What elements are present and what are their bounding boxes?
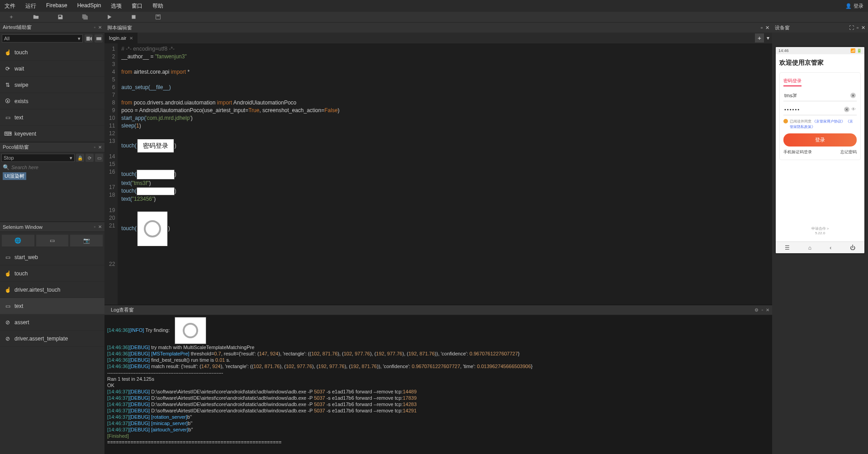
login-label: 登录 xyxy=(854,3,863,9)
text-icon: ▭ xyxy=(5,114,11,121)
apply-link[interactable]: 申请合作 > xyxy=(779,226,861,231)
selenium-globe-button[interactable]: 🌐 xyxy=(2,235,34,246)
poco-record-button[interactable]: ▭ xyxy=(95,154,103,162)
menu-nav-icon[interactable]: ☰ xyxy=(785,245,790,251)
eye-icon[interactable]: 👁 xyxy=(851,107,856,112)
clear-icon[interactable]: × xyxy=(844,107,849,112)
assert-icon: ⊘ xyxy=(5,336,11,342)
airtest-filter-dropdown[interactable]: All▾ xyxy=(2,34,83,43)
power-nav-icon[interactable]: ⏻ xyxy=(850,245,855,251)
close-icon[interactable]: ✕ xyxy=(98,224,102,229)
template-image-3[interactable] xyxy=(137,187,175,195)
float-icon[interactable]: ▫ xyxy=(94,145,95,150)
clear-icon[interactable]: × xyxy=(850,93,856,98)
log-output[interactable]: [14:46:36][INFO] Try finding: [14:46:36]… xyxy=(104,315,772,454)
poco-lock-button[interactable]: 🔒 xyxy=(76,154,84,162)
code-text: from xyxy=(121,69,132,75)
ui-tree-root[interactable]: UI渲染树 xyxy=(3,172,26,180)
stop-icon[interactable] xyxy=(130,14,137,20)
phone-username-input[interactable]: tms3f × xyxy=(783,90,857,101)
float-icon[interactable]: ▫ xyxy=(857,25,859,31)
close-icon[interactable]: ✕ xyxy=(861,25,865,31)
expand-icon[interactable]: ⛶ xyxy=(849,25,854,31)
checkbox-icon[interactable] xyxy=(783,119,788,123)
menu-options[interactable]: 选项 xyxy=(111,2,122,10)
sel-start-web[interactable]: ▭start_web xyxy=(0,249,104,265)
float-icon[interactable]: ▫ xyxy=(94,224,95,229)
chevron-down-icon[interactable]: ▾ xyxy=(767,35,769,41)
phone-login-button[interactable]: 登录 xyxy=(783,133,857,147)
action-exists[interactable]: ⦿exists xyxy=(0,93,104,109)
code-text: ) xyxy=(168,225,170,232)
forgot-password-link[interactable]: 忘记密码 xyxy=(840,149,857,155)
sel-assert[interactable]: ⊘assert xyxy=(0,314,104,331)
menu-file[interactable]: 文件 xyxy=(5,2,15,10)
phone-password-input[interactable]: •••••• ×👁 xyxy=(783,104,857,115)
phone-username-value: tms3f xyxy=(784,93,797,98)
sel-assert-template[interactable]: ⊘driver.assert_template xyxy=(0,331,104,347)
sel-text[interactable]: ▭text xyxy=(0,298,104,314)
sms-login-link[interactable]: 手机验证码登录 xyxy=(783,149,812,155)
menu-firebase[interactable]: Firebase xyxy=(46,2,67,10)
code-content[interactable]: # -*- encoding=utf8 -*- __author__ = "fa… xyxy=(118,43,772,305)
chevron-down-icon: ▾ xyxy=(78,36,81,42)
float-icon[interactable]: ▫ xyxy=(94,25,95,30)
login-link[interactable]: 👤 登录 xyxy=(845,3,863,9)
action-label: driver.assert_template xyxy=(14,336,68,342)
action-keyevent[interactable]: ⌨keyevent xyxy=(0,126,104,142)
phone-agreement[interactable]: 已阅读并同意 《京管家用户协议》 《京管家隐私政策》 xyxy=(783,119,857,130)
back-nav-icon[interactable]: ‹ xyxy=(830,245,831,251)
report-icon[interactable] xyxy=(155,14,161,20)
code-editor[interactable]: 12345678910111213141516171819202122 # -*… xyxy=(104,43,772,305)
poco-refresh-button[interactable]: ⟳ xyxy=(85,154,94,162)
template-image-2[interactable] xyxy=(137,170,175,180)
menu-headspin[interactable]: HeadSpin xyxy=(77,2,101,10)
saveall-icon[interactable] xyxy=(81,14,88,20)
close-icon[interactable]: ✕ xyxy=(98,25,102,30)
code-text: touch( xyxy=(121,171,136,177)
user-agreement-link[interactable]: 《京管家用户协议》 xyxy=(812,119,845,123)
new-tab-button[interactable]: ＋ xyxy=(755,33,764,43)
action-label: touch xyxy=(14,49,28,56)
code-text: ) xyxy=(154,196,156,202)
tab-close-icon[interactable]: ✕ xyxy=(129,36,133,41)
selenium-window-button[interactable]: ▭ xyxy=(36,235,69,246)
action-touch[interactable]: ☝touch xyxy=(0,44,104,61)
menu-window[interactable]: 窗口 xyxy=(132,2,142,10)
new-file-icon[interactable]: ＋ xyxy=(8,14,14,20)
run-icon[interactable] xyxy=(106,14,112,20)
code-text: AndroidUiautomationPoco xyxy=(232,99,296,106)
selenium-record-button[interactable]: 📷 xyxy=(70,235,103,246)
open-file-icon[interactable] xyxy=(33,14,39,20)
action-swipe[interactable]: ⇅swipe xyxy=(0,77,104,93)
sel-airtest-touch[interactable]: ☝driver.airtest_touch xyxy=(0,282,104,298)
action-text[interactable]: ▭text xyxy=(0,109,104,126)
action-wait[interactable]: ⟳wait xyxy=(0,61,104,77)
float-icon[interactable]: ▫ xyxy=(761,307,763,312)
editor-tab[interactable]: login.air✕ xyxy=(104,33,138,43)
code-text: poco = AndroidUiautomationPoco(use_airte… xyxy=(121,107,248,114)
template-image-1[interactable]: 密码登录 xyxy=(137,138,175,153)
sel-touch[interactable]: ☝touch xyxy=(0,265,104,282)
menu-run[interactable]: 运行 xyxy=(25,2,36,10)
close-icon[interactable]: ✕ xyxy=(98,145,102,150)
template-image-4[interactable] xyxy=(137,211,168,247)
close-icon[interactable]: ✕ xyxy=(765,25,769,31)
close-icon[interactable]: ✕ xyxy=(766,307,769,312)
phone-time: 14:46 xyxy=(778,48,789,53)
menu-help[interactable]: 帮助 xyxy=(152,2,163,10)
record-button[interactable] xyxy=(85,34,93,43)
airtest-panel-header: Airtest辅助窗 ▫✕ xyxy=(0,23,104,33)
code-text: ) xyxy=(191,115,193,121)
home-nav-icon[interactable]: ⌂ xyxy=(808,245,811,251)
phone-login-tab[interactable]: 密码登录 xyxy=(783,78,802,86)
float-icon[interactable]: ▫ xyxy=(761,25,763,31)
poco-mode-dropdown[interactable]: Stop▾ xyxy=(1,154,75,162)
save-icon[interactable] xyxy=(57,14,63,20)
code-text: "123456" xyxy=(132,196,154,202)
action-label: driver.airtest_touch xyxy=(14,287,60,293)
filter-icon[interactable]: ⚙ xyxy=(754,307,759,312)
device-screen[interactable]: 14:46 📶 🔋 欢迎使用京管家 密码登录 tms3f × •••••• ×👁 xyxy=(772,33,868,454)
settings-button[interactable] xyxy=(95,34,103,43)
poco-search-input[interactable] xyxy=(11,165,102,170)
